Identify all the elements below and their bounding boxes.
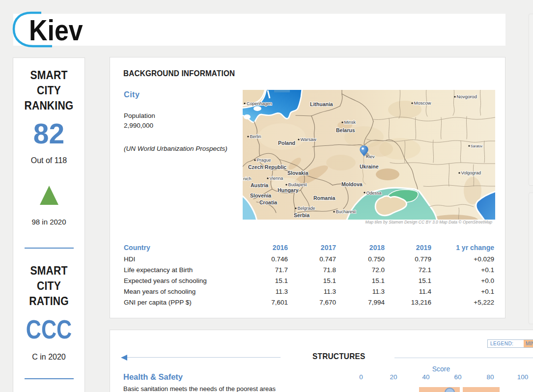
svg-text:Saratov: Saratov	[471, 144, 483, 148]
svg-text:Slovenia: Slovenia	[250, 193, 271, 198]
svg-text:Odessa: Odessa	[366, 191, 382, 196]
svg-text:Croatia: Croatia	[259, 199, 277, 205]
svg-text:Serbia: Serbia	[294, 212, 309, 218]
svg-text:Moldova: Moldova	[341, 181, 363, 187]
svg-text:Berlin: Berlin	[250, 134, 261, 139]
svg-text:Hungary: Hungary	[278, 187, 299, 193]
svg-text:Poland: Poland	[278, 140, 295, 146]
svg-text:Vienna: Vienna	[270, 176, 283, 181]
svg-text:Lithuania: Lithuania	[310, 101, 333, 107]
svg-text:Belgrade: Belgrade	[298, 206, 315, 211]
svg-text:Copenhagen: Copenhagen	[247, 101, 272, 106]
svg-text:Prague: Prague	[257, 158, 271, 163]
svg-text:Ukraine: Ukraine	[360, 164, 379, 169]
svg-text:Slovakia: Slovakia	[287, 170, 309, 176]
svg-text:Moscow: Moscow	[414, 100, 431, 106]
svg-text:Novgorod: Novgorod	[457, 94, 477, 99]
svg-text:Budapest: Budapest	[288, 182, 308, 187]
svg-text:Bucharest: Bucharest	[336, 209, 356, 214]
svg-text:Minsk: Minsk	[344, 120, 356, 125]
svg-text:Austria: Austria	[251, 182, 268, 188]
svg-text:Romania: Romania	[313, 195, 336, 201]
svg-text:Belarus: Belarus	[336, 127, 355, 133]
svg-text:Volgograd: Volgograd	[461, 170, 481, 175]
svg-text:Czech Republic: Czech Republic	[248, 164, 286, 170]
svg-text:nich: nich	[243, 176, 252, 181]
svg-text:Warsaw: Warsaw	[301, 137, 317, 142]
